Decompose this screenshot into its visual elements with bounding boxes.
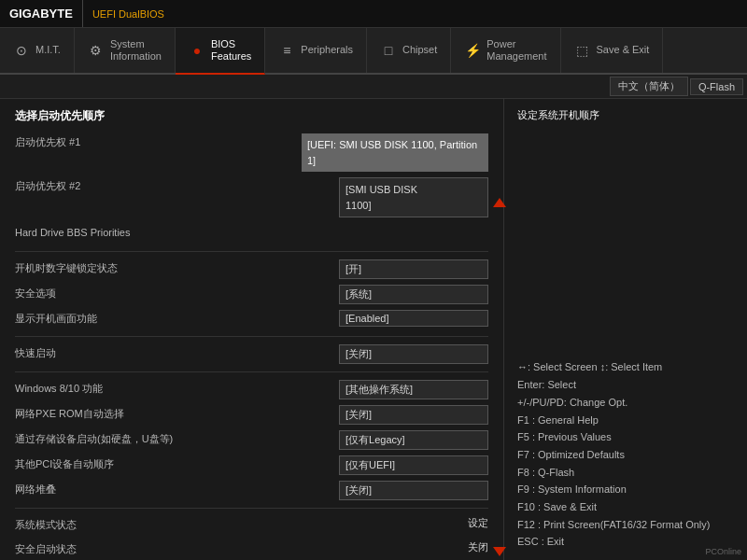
section-title: 选择启动优先顺序 (15, 108, 488, 124)
hdd-label: Hard Drive BBS Priorities (15, 225, 339, 238)
tab-mit-label: M.I.T. (35, 44, 61, 56)
tab-save-label: Save & Exit (597, 44, 650, 56)
chipset-icon: □ (380, 42, 397, 59)
security-label: 安全选项 (15, 285, 339, 301)
right-title: 设定系统开机顺序 (517, 108, 734, 122)
tab-peripherals-label: Peripherals (301, 44, 353, 56)
bios-icon: ● (189, 42, 205, 59)
language-bar: 中文（简体） Q-Flash (0, 75, 747, 99)
numlock-value: [开] (339, 259, 488, 279)
language-button[interactable]: 中文（简体） (610, 77, 688, 96)
storage-label: 通过存储设备启动(如硬盘，U盘等) (15, 430, 339, 446)
peripherals-icon: ≡ (278, 42, 295, 59)
tab-power[interactable]: ⚡ PowerManagement (451, 28, 560, 73)
win810-value: [其他操作系统] (339, 380, 488, 399)
help-line-f9: F9 : System Information (517, 481, 734, 498)
fastboot-value: [关闭] (339, 344, 488, 364)
pxe-label: 网络PXE ROM自动选择 (15, 405, 339, 421)
divider1 (15, 251, 488, 252)
pci-value: [仅有UEFI] (339, 455, 488, 475)
watermark: PCOnline (705, 547, 741, 556)
divider3 (15, 371, 488, 372)
tab-sysinfo-label: SystemInformation (110, 38, 162, 63)
setting-row-boot2[interactable]: 启动优先权 #2 [SMI USB DISK1100] (15, 177, 488, 217)
boot2-value: [SMI USB DISK1100] (339, 177, 488, 217)
help-line-1: ↔: Select Screen ↕: Select Item (517, 358, 734, 376)
power-icon: ⚡ (464, 42, 481, 59)
secureboot-value: 关闭 (468, 540, 488, 554)
save-icon: ⬚ (574, 42, 591, 59)
mit-icon: ⊙ (13, 42, 30, 59)
pci-label: 其他PCI设备自动顺序 (15, 455, 339, 471)
numlock-label: 开机时数字键锁定状态 (15, 259, 339, 275)
tab-peripherals[interactable]: ≡ Peripherals (265, 28, 367, 73)
setting-row-pci[interactable]: 其他PCI设备自动顺序 [仅有UEFI] (15, 455, 488, 475)
tab-chipset[interactable]: □ Chipset (367, 28, 451, 73)
main-content: 选择启动优先顺序 启动优先权 #1 [UEFI: SMI USB DISK 11… (0, 99, 747, 560)
security-value: [系统] (339, 285, 488, 304)
setting-row-sysmode: 系统模式状态 设定 (15, 516, 488, 535)
tab-sysinfo[interactable]: ⚙ SystemInformation (75, 28, 176, 73)
help-line-f8: F8 : Q-Flash (517, 464, 734, 482)
help-text: ↔: Select Screen ↕: Select Item Enter: S… (517, 358, 734, 551)
pxe-value: [关闭] (339, 405, 488, 425)
help-line-f1: F1 : General Help (517, 412, 734, 429)
netstack-label: 网络堆叠 (15, 481, 339, 497)
sysmode-label: 系统模式状态 (15, 516, 468, 532)
netstack-value: [关闭] (339, 481, 488, 500)
setting-row-storage[interactable]: 通过存储设备启动(如硬盘，U盘等) [仅有Legacy] (15, 430, 488, 450)
storage-value: [仅有Legacy] (339, 430, 488, 450)
help-line-esc: ESC : Exit (517, 533, 734, 551)
boot1-value: [UEFI: SMI USB DISK 1100, Partition 1] (302, 133, 488, 172)
left-panel: 选择启动优先顺序 启动优先权 #1 [UEFI: SMI USB DISK 11… (0, 99, 504, 560)
scroll-up-indicator (493, 198, 506, 207)
help-line-f10: F10 : Save & Exit (517, 498, 734, 516)
setting-row-splash[interactable]: 显示开机画面功能 [Enabled] (15, 310, 488, 329)
setting-row-pxe[interactable]: 网络PXE ROM自动选择 [关闭] (15, 405, 488, 425)
qflash-button[interactable]: Q-Flash (690, 78, 743, 95)
setting-row-numlock[interactable]: 开机时数字键锁定状态 [开] (15, 259, 488, 279)
help-line-3: +/-/PU/PD: Change Opt. (517, 394, 734, 412)
fastboot-label: 快速启动 (15, 344, 339, 360)
tab-power-label: PowerManagement (486, 38, 546, 63)
tab-bios[interactable]: ● BIOSFeatures (176, 28, 265, 75)
tab-chipset-label: Chipset (402, 44, 437, 56)
help-line-f12: F12 : Print Screen(FAT16/32 Format Only) (517, 516, 734, 534)
boot1-label: 启动优先权 #1 (15, 133, 302, 149)
brand-logo: GIGABYTE (0, 0, 83, 27)
tab-mit[interactable]: ⊙ M.I.T. (0, 28, 75, 73)
scroll-down-indicator (493, 547, 506, 556)
splash-label: 显示开机画面功能 (15, 310, 339, 326)
divider4 (15, 508, 488, 509)
setting-row-security[interactable]: 安全选项 [系统] (15, 285, 488, 304)
bios-label: UEFI DualBIOS (83, 8, 174, 20)
setting-row-netstack[interactable]: 网络堆叠 [关闭] (15, 481, 488, 500)
help-line-f7: F7 : Optimized Defaults (517, 446, 734, 464)
tab-bios-label: BIOSFeatures (211, 38, 251, 63)
divider2 (15, 336, 488, 337)
secureboot-label: 安全启动状态 (15, 540, 468, 556)
boot2-label: 启动优先权 #2 (15, 177, 339, 193)
splash-value: [Enabled] (339, 310, 488, 327)
sysmode-value: 设定 (468, 516, 488, 530)
setting-row-hdd[interactable]: Hard Drive BBS Priorities (15, 225, 488, 244)
setting-row-win810[interactable]: Windows 8/10 功能 [其他操作系统] (15, 380, 488, 399)
right-panel: 设定系统开机顺序 ↔: Select Screen ↕: Select Item… (504, 99, 747, 560)
setting-row-boot1[interactable]: 启动优先权 #1 [UEFI: SMI USB DISK 1100, Parti… (15, 133, 488, 172)
setting-row-secureboot: 安全启动状态 关闭 (15, 540, 488, 559)
win810-label: Windows 8/10 功能 (15, 380, 339, 396)
nav-tabs: ⊙ M.I.T. ⚙ SystemInformation ● BIOSFeatu… (0, 28, 747, 75)
sysinfo-icon: ⚙ (88, 42, 105, 59)
help-line-2: Enter: Select (517, 376, 734, 394)
setting-row-fastboot[interactable]: 快速启动 [关闭] (15, 344, 488, 364)
help-line-f5: F5 : Previous Values (517, 428, 734, 446)
tab-save[interactable]: ⬚ Save & Exit (561, 28, 664, 73)
